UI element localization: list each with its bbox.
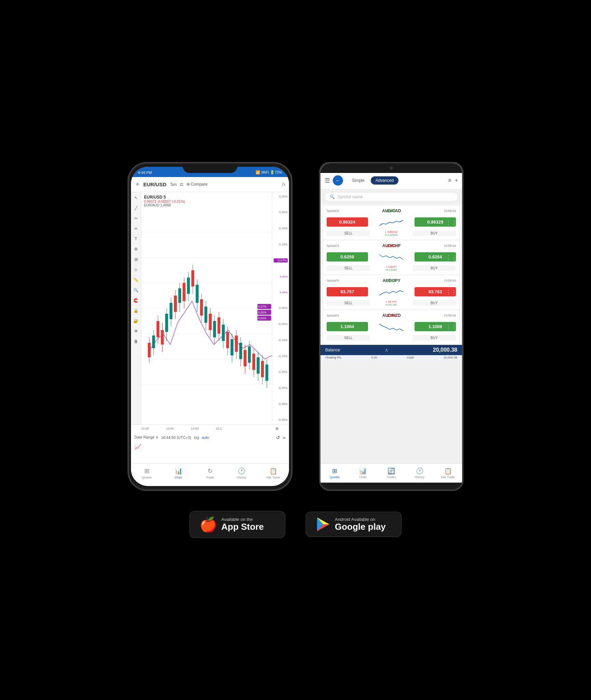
compare-button[interactable]: ⊕ Compare (186, 182, 208, 187)
apple-store-button[interactable]: 🍎 Available on the App Store (189, 511, 285, 538)
audcad-sell-price[interactable]: 0.86324 (327, 217, 368, 227)
android-filter-icons[interactable]: ≡ + (448, 177, 458, 184)
apple-store-text: Available on the App Store (221, 517, 264, 532)
android-trades-label: Trades (386, 475, 396, 479)
audjpy-buy-label[interactable]: BUY (412, 300, 456, 306)
balance-bar: Balance ∧ 20,000.38 (320, 345, 462, 355)
android-search-bar[interactable]: 🔍 Symbol name (325, 192, 458, 202)
search-icon: 🔍 (330, 194, 335, 199)
android-tab-group[interactable]: Simple Advanced (347, 176, 398, 185)
scissors-tool[interactable]: ✂ (133, 215, 139, 221)
magnet-tool[interactable]: 🧲 (133, 297, 139, 304)
svg-rect-56 (252, 353, 255, 370)
nav-trade[interactable]: ↻ Trade (194, 465, 226, 481)
date-range-button[interactable]: Date Range ∨ (134, 435, 158, 440)
audchf-mini-chart (371, 250, 412, 264)
audjpy-mini-chart (371, 285, 412, 299)
back-button[interactable]: ← (333, 175, 343, 186)
chart-footer-controls[interactable]: Date Range ∨ 16:44:50 (UTC+3) log auto ↺… (131, 433, 289, 442)
filter-icon[interactable]: ≡ (448, 177, 451, 184)
svg-rect-22 (178, 288, 181, 302)
svg-rect-38 (213, 321, 216, 337)
svg-rect-8 (148, 342, 150, 357)
audnzd-buy-label[interactable]: BUY (412, 335, 456, 341)
cash-label: Cash (407, 356, 414, 359)
nav-chart[interactable]: 📊 Chart (162, 465, 194, 481)
audjpy-sell-price[interactable]: 93.757 (327, 287, 368, 296)
cursor-tool[interactable]: ↖ (133, 195, 139, 201)
add-icon[interactable]: + (455, 177, 458, 184)
drag-icon: ⋮⋮ (446, 219, 457, 226)
google-play-button[interactable]: Android Available on Google play (306, 512, 402, 537)
chart-main: EUR/USD 5 0.96371 -0.00007 (-0.01%) EUR/… (141, 192, 272, 425)
android-nav-history[interactable]: 🕐 History (405, 465, 434, 481)
audnzd-sell-label[interactable]: SELL (327, 335, 370, 341)
trash-tool[interactable]: 🗑 (133, 338, 139, 345)
nav-quotes[interactable]: ⊞ Quotes (131, 465, 162, 481)
audjpy-low-high: L 93.470 H 94.180 (373, 300, 409, 306)
android-nav-net-trade[interactable]: 📋 Net Trade (434, 465, 462, 481)
svg-rect-42 (222, 324, 225, 341)
android-nav-trades[interactable]: 🔄 Trades (377, 465, 406, 481)
audjpy-sell-label[interactable]: SELL (327, 300, 370, 306)
audchf-sell-label[interactable]: SELL (327, 265, 370, 271)
svg-rect-32 (200, 299, 203, 315)
audchf-buy-label[interactable]: BUY (412, 265, 456, 271)
balance-chevron[interactable]: ∧ (385, 347, 388, 353)
android-nav-chart[interactable]: 📊 Chart (349, 465, 377, 481)
audcad-buy-label[interactable]: BUY (412, 230, 456, 236)
svg-rect-50 (239, 342, 242, 359)
log-label[interactable]: log (194, 435, 199, 440)
chart-timeframe[interactable]: 5m (171, 182, 177, 187)
svg-rect-28 (191, 270, 194, 286)
audnzd-sell-price[interactable]: 1.1084 (327, 322, 368, 331)
pen-tool[interactable]: ✏ (133, 226, 139, 232)
hamburger-button[interactable]: ☰ (325, 177, 330, 184)
refresh-icon[interactable]: ↺ (276, 435, 280, 440)
quote-card-audjpy: Spread:5 AUD/JPY 10:59:54 93.757 93 (323, 275, 459, 309)
eye-tool[interactable]: 👁 (133, 328, 139, 334)
indicators-icon[interactable]: ⚖ (180, 182, 184, 187)
android-screen: 11:59 🔔 📶 12% ☰ ← Simple Advanced ≡ (320, 163, 462, 483)
audnzd-change: -0.70% (386, 314, 397, 318)
quotes-label: Quotes (142, 476, 152, 479)
android-quotes-icon: ⊞ (332, 467, 337, 475)
svg-rect-18 (170, 303, 172, 319)
tab-simple[interactable]: Simple (347, 176, 369, 185)
svg-rect-24 (183, 283, 185, 301)
tab-advanced[interactable]: Advanced (371, 176, 398, 185)
audjpy-spread: Spread:5 (327, 279, 339, 282)
iphone-bottom-nav: ⊞ Quotes 📊 Chart ↻ Trade 🕐 History (131, 463, 289, 483)
emoji-tool[interactable]: ☺ (133, 267, 139, 273)
lock-draw-tool[interactable]: 🔒 (133, 308, 139, 314)
line-tool[interactable]: ╱ (133, 205, 139, 211)
nav-history[interactable]: 🕐 History (226, 465, 257, 481)
ruler-tool[interactable]: 📏 (133, 277, 139, 283)
floating-pl-label: Floating P/L (325, 356, 342, 359)
android-toolbar[interactable]: ☰ ← Simple Advanced ≡ + (320, 172, 462, 189)
audcad-change: 0.07% (386, 209, 396, 213)
area-chart-icon[interactable]: 📈 (134, 444, 141, 450)
grid-tool[interactable]: ⊞ (133, 256, 139, 262)
iphone-time: 4:44 PM (138, 171, 152, 175)
crosshair-icon[interactable]: ✛ (134, 181, 141, 187)
fork-tool[interactable]: ⚙ (133, 246, 139, 252)
auto-label[interactable]: auto (202, 435, 209, 440)
more-icon[interactable]: » (283, 435, 286, 440)
iphone-toolbar[interactable]: ✛ EUR/USD 5m ⚖ ⊕ Compare 𝑓𝑥 (131, 177, 289, 192)
settings-icon[interactable]: ⚙ (275, 427, 279, 431)
android-nav-quotes[interactable]: ⊞ Quotes (320, 465, 349, 481)
svg-rect-12 (157, 321, 159, 337)
android-chart-icon: 📊 (359, 467, 367, 475)
lock-tool[interactable]: 🔐 (133, 318, 139, 324)
audcad-sell-label[interactable]: SELL (327, 230, 370, 236)
android-camera (390, 166, 393, 170)
indicator-bar: 📈 (131, 442, 289, 452)
nav-net-trade[interactable]: 📋 Net Trade (258, 465, 289, 481)
zoom-tool[interactable]: 🔍 (133, 287, 139, 293)
svg-rect-54 (248, 346, 251, 363)
text-tool[interactable]: T (133, 236, 139, 242)
audchf-sell-price[interactable]: 0.6259 (327, 252, 368, 261)
audchf-low-high: L 0.6247 H 0.6284 (373, 265, 409, 271)
fx-button[interactable]: 𝑓𝑥 (282, 181, 286, 187)
